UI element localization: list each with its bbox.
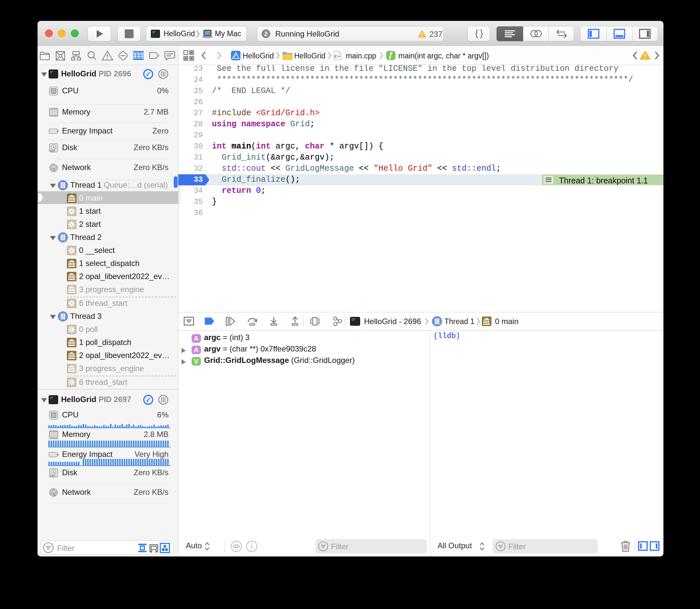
svg-text:++: ++ [337, 55, 341, 58]
svg-text:C: C [334, 54, 337, 59]
